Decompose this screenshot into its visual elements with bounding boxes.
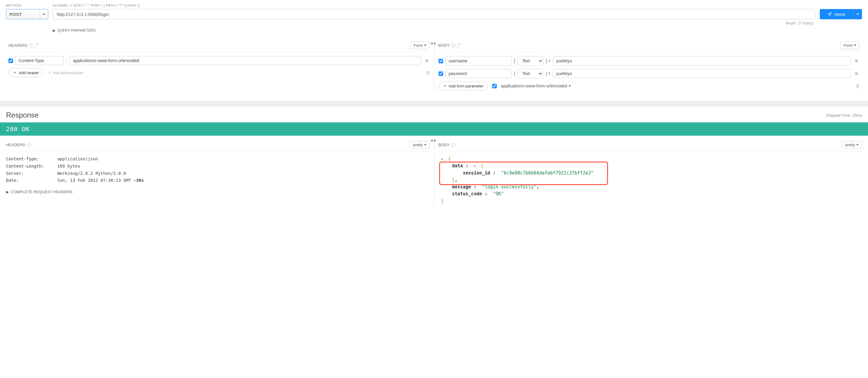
resp-header-table: Content-Type:application/json Content-Le…	[6, 156, 430, 184]
json-body: ▼ { data : ▼ { session_id : "6c9e90c7b66…	[438, 156, 862, 205]
svg-point-0	[49, 71, 50, 73]
delete-header-icon[interactable]: ✕	[424, 58, 430, 64]
method-select[interactable]: POST	[6, 9, 48, 19]
param-name-input[interactable]	[445, 56, 512, 65]
help-icon[interactable]: ?	[27, 143, 31, 147]
response-title: Response	[6, 111, 39, 119]
toggle-icon[interactable]: ▼	[441, 157, 445, 162]
body-view-dropdown[interactable]: Form	[840, 41, 860, 49]
header-value-input[interactable]	[70, 56, 421, 65]
table-row: Date:Sun, 13 Feb 2022 07:38:13 GMT -30s	[6, 177, 430, 184]
body-title: BODY	[438, 43, 450, 48]
header-enabled-checkbox[interactable]	[8, 59, 13, 63]
triangle-right-icon: ▶	[53, 28, 56, 33]
param-type-select[interactable]: Text	[518, 69, 543, 78]
param-enabled-checkbox[interactable]	[438, 59, 443, 63]
help-icon[interactable]: ?	[29, 43, 33, 48]
caret-down-icon	[424, 144, 427, 146]
help-icon[interactable]: ?	[451, 43, 456, 48]
trash-icon[interactable]	[426, 70, 430, 75]
complete-request-headers-toggle[interactable]: ▶ COMPLETE REQUEST HEADERS	[6, 190, 430, 194]
sort-icon[interactable]: ↓AZ	[457, 42, 461, 49]
delete-param-icon[interactable]: ✕	[853, 58, 860, 64]
caret-down-icon	[424, 44, 427, 46]
body-param-row: [ Text ] = ✕	[438, 56, 860, 66]
encoding-dropdown[interactable]: application/x-www-form-urlencoded	[501, 84, 570, 88]
resp-body-title: BODY	[438, 143, 450, 147]
collapse-right-icon[interactable]: ▶	[434, 139, 436, 142]
elapsed-time: Elapsed Time: 20ms	[826, 113, 862, 118]
table-row: Content-Type:application/json	[6, 156, 430, 163]
length-info: length: 27 byte(s)	[6, 21, 862, 25]
encoding-checkbox[interactable]	[492, 84, 497, 88]
add-form-param-button[interactable]: ＋ Add form parameter	[438, 82, 488, 90]
send-dropdown[interactable]	[853, 9, 862, 19]
caret-down-icon	[854, 44, 856, 46]
toggle-icon[interactable]: ▼	[474, 164, 478, 169]
method-label: METHOD	[6, 4, 48, 7]
add-authorization-button[interactable]: Add authorization	[48, 70, 83, 75]
caret-down-icon	[856, 144, 859, 146]
collapse-left-icon[interactable]: ◀	[430, 139, 433, 142]
triangle-right-icon: ▶	[6, 190, 9, 194]
caret-down-icon	[857, 13, 859, 15]
delete-param-icon[interactable]: ✕	[853, 71, 860, 76]
caret-down-icon	[568, 85, 571, 87]
sort-icon[interactable]: ↓AZ	[35, 42, 39, 49]
url-input[interactable]	[53, 9, 815, 19]
add-header-button[interactable]: ＋ Add header	[8, 68, 43, 77]
header-name-input[interactable]	[16, 56, 64, 65]
resp-body-view-dropdown[interactable]: pretty	[842, 141, 862, 149]
headers-view-dropdown[interactable]: Form	[410, 41, 430, 49]
method-caret[interactable]	[39, 9, 48, 19]
param-type-select[interactable]: Text	[518, 56, 543, 66]
send-label: Send	[834, 12, 845, 17]
query-params-toggle[interactable]: ▶ QUERY PARAMETERS	[53, 28, 862, 33]
plus-icon: ＋	[443, 83, 447, 89]
resp-headers-view-dropdown[interactable]: pretty	[409, 141, 430, 149]
resp-headers-title: HEADERS	[6, 143, 25, 147]
help-icon[interactable]: ?	[451, 143, 456, 147]
plus-icon: ＋	[13, 70, 17, 75]
caret-down-icon	[43, 13, 45, 15]
header-row: : ✕	[8, 56, 430, 65]
param-value-input[interactable]	[553, 69, 851, 78]
headers-title: HEADERS	[8, 43, 27, 48]
table-row: Server:Werkzeug/2.0.2 Python/3.8.0	[6, 170, 430, 177]
table-row: Content-Length:109 bytes	[6, 163, 430, 170]
status-bar: 200 OK	[0, 122, 868, 136]
url-label: SCHEME :// HOST [ ":" PORT ] [ PATH [ "?…	[53, 4, 815, 7]
send-button[interactable]: Send	[820, 9, 862, 19]
method-value: POST	[6, 9, 39, 19]
send-icon	[828, 12, 832, 16]
param-name-input[interactable]	[445, 69, 512, 78]
colon-separator: :	[66, 58, 67, 63]
collapse-left-icon[interactable]: ◀	[430, 41, 433, 45]
param-enabled-checkbox[interactable]	[438, 71, 443, 76]
user-icon	[48, 71, 51, 74]
trash-icon[interactable]	[856, 84, 860, 88]
body-param-row: [ Text ] = ✕	[438, 69, 860, 78]
param-value-input[interactable]	[553, 56, 851, 65]
